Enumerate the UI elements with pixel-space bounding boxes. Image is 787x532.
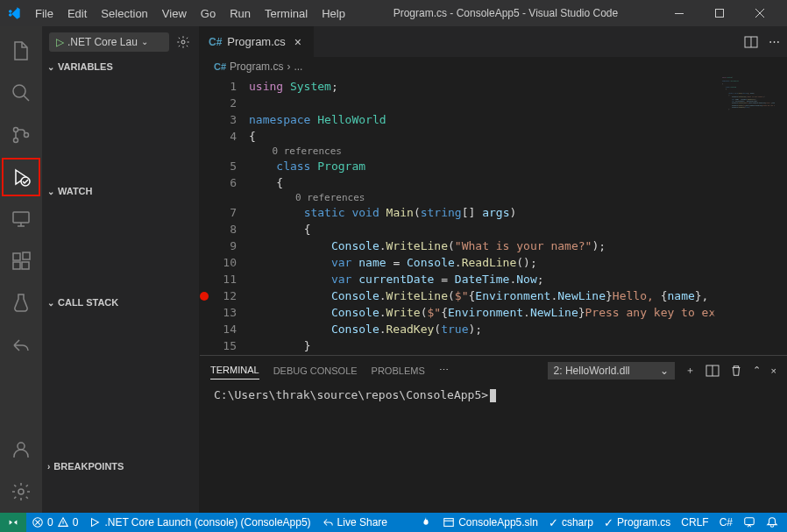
terminal-selector[interactable]: 2: HelloWorld.dll ⌄ [548,362,675,379]
close-tab-icon[interactable]: × [291,35,305,49]
svg-rect-7 [13,212,29,223]
run-debug-icon[interactable] [0,156,42,198]
maximize-panel-icon[interactable]: ⌃ [753,365,761,376]
terminal-prompt: C:\Users\thrak\source\repos\ConsoleApp5> [214,388,488,401]
kill-terminal-icon[interactable] [730,365,742,377]
terminal[interactable]: C:\Users\thrak\source\repos\ConsoleApp5> [200,385,787,513]
source-control-icon[interactable] [0,114,42,156]
terminal-panel: Terminal Debug Console Problems ⋯ 2: Hel… [200,355,787,513]
explorer-icon[interactable] [0,30,42,72]
feedback-icon[interactable] [738,513,761,532]
window-title: Program.cs - ConsoleApp5 - Visual Studio… [352,7,659,19]
chevron-right-icon: › [47,462,50,472]
breadcrumb[interactable]: C# Program.cs › ... [200,57,787,76]
section-breakpoints[interactable]: ›Breakpoints [42,457,199,476]
section-callstack[interactable]: ⌄Call Stack [42,293,199,312]
menu-terminal[interactable]: Terminal [258,4,315,24]
debug-sidebar: ▷ .NET Core Lau ⌄ ⌄Variables ⌄Watch ⌄Cal… [42,26,200,513]
code-line[interactable]: Console.WriteLine("What is your name?"); [249,238,787,254]
panel-more-icon[interactable]: ⋯ [439,365,449,376]
maximize-button[interactable] [699,0,740,26]
remote-indicator[interactable] [0,513,26,532]
menu-go[interactable]: Go [194,4,223,24]
section-watch[interactable]: ⌄Watch [42,181,199,201]
settings-gear-icon[interactable] [0,471,42,513]
tab-terminal[interactable]: Terminal [210,361,259,379]
debug-status[interactable]: .NET Core Launch (console) (ConsoleApp5) [83,513,316,532]
menu-help[interactable]: Help [315,4,352,24]
code-line[interactable] [249,95,787,111]
chevron-down-icon: ⌄ [660,365,669,377]
file-status[interactable]: ✓Program.cs [599,513,676,532]
csharp-file-icon: C# [214,61,226,72]
omnisharp-flame-icon[interactable] [415,513,437,532]
code-line[interactable]: { [249,128,787,145]
editor[interactable]: 1234 56 789101112131415 using System; na… [200,76,787,355]
code-line[interactable]: class Program [249,158,787,174]
tab-label: Program.cs [227,35,285,48]
more-actions-icon[interactable]: ⋯ [769,35,780,48]
vscode-icon [7,6,21,20]
menu-file[interactable]: File [28,4,60,24]
breakpoint-icon[interactable] [200,292,209,301]
section-variables[interactable]: ⌄Variables [42,57,199,76]
minimap[interactable]: using System; namespace HelloWorld { cla… [713,76,775,355]
new-terminal-icon[interactable]: ＋ [685,364,695,377]
start-debug-button[interactable]: ▷ .NET Core Lau ⌄ [49,32,169,52]
svg-point-2 [13,85,25,97]
live-share-icon[interactable] [0,324,42,366]
close-panel-icon[interactable]: × [771,365,776,376]
code-line[interactable]: var name = Console.ReadLine(); [249,254,787,271]
lang-server-status[interactable]: ✓csharp [543,513,599,532]
debug-config-label: .NET Core Lau [67,36,138,48]
terminal-cursor [490,389,496,402]
search-icon[interactable] [0,72,42,114]
activity-bar [0,26,42,513]
tab-program-cs[interactable]: C# Program.cs × [200,26,315,57]
svg-point-5 [25,133,29,138]
code-line[interactable]: using System; [249,78,787,95]
code-line[interactable]: Console.WriteLine($"{Environment.NewLine… [249,287,787,304]
extensions-icon[interactable] [0,240,42,282]
close-button[interactable] [740,0,780,26]
svg-point-3 [14,128,18,132]
svg-rect-11 [23,252,30,259]
code-line[interactable]: { [249,174,787,191]
play-icon: ▷ [56,36,64,48]
accounts-icon[interactable] [0,429,42,471]
code-line[interactable]: Console.ReadKey(true); [249,321,787,337]
chevron-down-icon: ⌄ [47,62,54,72]
language-mode[interactable]: C# [714,513,738,532]
svg-point-4 [14,138,18,143]
remote-explorer-icon[interactable] [0,198,42,240]
code-line[interactable]: } [249,337,787,354]
notifications-icon[interactable] [761,513,783,532]
eol-indicator[interactable]: CRLF [676,513,713,532]
menu-run[interactable]: Run [223,4,258,24]
live-share-status[interactable]: Live Share [316,513,393,532]
menu-view[interactable]: View [155,4,194,24]
tab-problems[interactable]: Problems [372,362,425,379]
debug-settings-icon[interactable] [174,33,192,51]
svg-point-12 [18,443,25,450]
test-explorer-icon[interactable] [0,282,42,324]
solution-status[interactable]: ConsoleApp5.sln [437,513,543,532]
svg-rect-19 [745,518,755,525]
codelens[interactable]: 0 references [249,145,787,158]
codelens[interactable]: 0 references [249,191,787,204]
minimize-button[interactable] [659,0,699,26]
code-line[interactable]: static void Main(string[] args) [249,204,787,221]
chevron-down-icon: ⌄ [47,298,54,308]
code-line[interactable]: { [249,221,787,238]
split-terminal-icon[interactable] [705,364,720,378]
menu-selection[interactable]: Selection [94,4,154,24]
split-editor-icon[interactable] [744,35,758,49]
csharp-file-icon: C# [209,36,222,48]
title-bar: FileEditSelectionViewGoRunTerminalHelp P… [0,0,787,26]
code-line[interactable]: Console.Write($"{Environment.NewLine}Pre… [249,304,787,321]
code-line[interactable]: var currentDate = DateTime.Now; [249,271,787,287]
code-line[interactable]: namespace HelloWorld [249,111,787,128]
tab-debug-console[interactable]: Debug Console [273,362,358,379]
menu-edit[interactable]: Edit [60,4,94,24]
problems-indicator[interactable]: 0 0 [26,513,83,532]
